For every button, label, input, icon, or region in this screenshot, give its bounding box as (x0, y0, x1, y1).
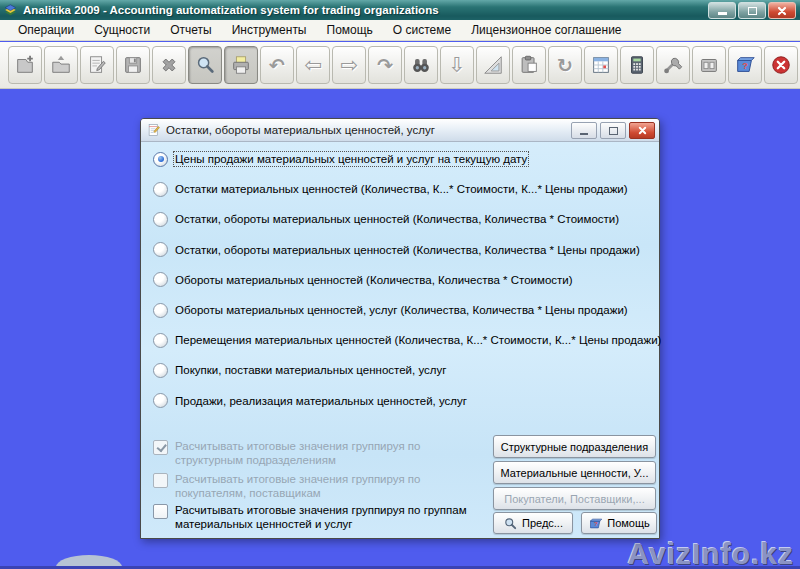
set-square-icon (482, 54, 504, 76)
radio-option-label: Цены продажи материальных ценностей и ус… (175, 153, 527, 165)
back-button[interactable]: ⇦ (296, 46, 330, 84)
radio-option-label: Обороты материальных ценностей, услуг (К… (175, 304, 628, 316)
cardfile-button[interactable] (692, 46, 726, 84)
refresh-button[interactable]: ↻ (548, 46, 582, 84)
undo-button[interactable]: ↶ (260, 46, 294, 84)
help-button[interactable]: ? (728, 46, 762, 84)
print-button[interactable] (224, 46, 258, 84)
menu-instruments[interactable]: Инструменты (222, 21, 317, 39)
radio-option[interactable]: Обороты материальных ценностей, услуг (К… (153, 295, 661, 325)
menu-operations[interactable]: Операции (8, 21, 84, 39)
menu-help[interactable]: Помощь (317, 21, 383, 39)
menu-license[interactable]: Лицензионное соглашение (461, 21, 631, 39)
radio-icon[interactable] (153, 272, 168, 287)
checkbox-group-by-goods-groups[interactable]: Расчитывать итоговые значения группируя … (153, 503, 491, 531)
new-document-button[interactable] (8, 46, 42, 84)
menu-reports[interactable]: Отчеты (160, 21, 221, 39)
dialog-titlebar[interactable]: Остатки, обороты материальных ценностей,… (141, 119, 659, 142)
radio-icon[interactable] (153, 182, 168, 197)
measure-button[interactable] (476, 46, 510, 84)
calendar-icon (590, 54, 612, 76)
paste-button[interactable] (512, 46, 546, 84)
search-magnifier-icon (194, 54, 216, 76)
save-button[interactable] (116, 46, 150, 84)
radio-option-label: Остатки, обороты материальных ценностей … (175, 213, 619, 225)
toolbar: ↶ ⇦ ⇨ ↷ ⇩ (0, 42, 800, 89)
radio-option[interactable]: Перемещения материальных ценностей (Коли… (153, 325, 661, 355)
radio-icon[interactable] (153, 152, 168, 167)
structural-departments-button[interactable]: Структурные подразделения (493, 435, 656, 458)
calculator-button[interactable] (620, 46, 654, 84)
edit-note-button[interactable] (80, 46, 114, 84)
app-icon (4, 3, 18, 17)
radio-option[interactable]: Остатки материальных ценностей (Количест… (153, 174, 661, 204)
clipboard-paste-icon (518, 54, 540, 76)
redo-curved-arrow-icon: ↷ (377, 56, 393, 75)
search-button[interactable] (188, 46, 222, 84)
radio-option-label: Покупки, поставки материальных ценностей… (175, 364, 446, 376)
dialog-body: Цены продажи материальных ценностей и ус… (141, 141, 659, 538)
radio-icon[interactable] (153, 363, 168, 378)
minimize-button[interactable] (708, 2, 736, 19)
radio-icon[interactable] (153, 393, 168, 408)
tools-icon (662, 54, 684, 76)
radio-icon[interactable] (153, 333, 168, 348)
radio-icon[interactable] (153, 303, 168, 318)
preview-button[interactable]: Предс... (493, 512, 573, 534)
save-floppy-icon (122, 54, 144, 76)
main-titlebar[interactable]: Analitika 2009 - Accounting automatizati… (0, 0, 800, 20)
forward-button[interactable]: ⇨ (332, 46, 366, 84)
open-folder-button[interactable] (44, 46, 78, 84)
calendar-button[interactable] (584, 46, 618, 84)
preview-magnifier-icon (503, 516, 518, 531)
radio-option-label: Обороты материальных ценностей (Количест… (175, 274, 573, 286)
application-window: Analitika 2009 - Accounting automatizati… (0, 0, 800, 569)
help-dialog-button[interactable]: ? Помощь (581, 512, 657, 534)
radio-option-label: Остатки, обороты материальных ценностей … (175, 244, 640, 256)
binoculars-icon (410, 54, 432, 76)
radio-option-label: Продажи, реализация материальных ценност… (175, 395, 467, 407)
material-values-button[interactable]: Материальные ценности, У... (493, 461, 656, 484)
checkbox-icon (153, 440, 168, 455)
tools-button[interactable] (656, 46, 690, 84)
dialog-minimize-button[interactable] (571, 122, 597, 139)
redo-button[interactable]: ↷ (368, 46, 402, 84)
radio-option[interactable]: Остатки, обороты материальных ценностей … (153, 204, 661, 234)
checkbox-label: Расчитывать итоговые значения группируя … (175, 472, 491, 500)
radio-icon[interactable] (153, 242, 168, 257)
refresh-icon: ↻ (557, 56, 573, 75)
down-button[interactable]: ⇩ (440, 46, 474, 84)
radio-icon[interactable] (153, 212, 168, 227)
checkbox-group-by-departments: Расчитывать итоговые значения группируя … (153, 439, 491, 467)
radio-option[interactable]: Остатки, обороты материальных ценностей … (153, 235, 661, 265)
dialog-close-icon (638, 126, 647, 135)
find-button[interactable] (404, 46, 438, 84)
help-button-label: Помощь (607, 517, 650, 529)
radio-option[interactable]: Покупки, поставки материальных ценностей… (153, 355, 661, 385)
exit-red-x-icon (770, 54, 792, 76)
radio-option[interactable]: Обороты материальных ценностей (Количест… (153, 265, 661, 295)
open-folder-icon (50, 54, 72, 76)
customers-suppliers-button: Покупатели, Поставщики,... (493, 487, 656, 510)
checkbox-icon[interactable] (153, 504, 168, 519)
checkbox-icon (153, 473, 168, 488)
close-button[interactable] (768, 2, 796, 19)
undo-curved-arrow-icon: ↶ (269, 56, 285, 75)
svg-text:?: ? (594, 520, 598, 527)
exit-button[interactable] (764, 46, 798, 84)
radio-option[interactable]: Цены продажи материальных ценностей и ус… (153, 144, 661, 174)
delete-button[interactable] (152, 46, 186, 84)
dialog-close-button[interactable] (629, 122, 655, 139)
report-options-group: Цены продажи материальных ценностей и ус… (153, 144, 661, 416)
delete-x-icon (158, 54, 180, 76)
report-selection-dialog: Остатки, обороты материальных ценностей,… (140, 118, 660, 539)
restore-button[interactable] (738, 2, 766, 19)
radio-option[interactable]: Продажи, реализация материальных ценност… (153, 386, 661, 416)
dialog-restore-button[interactable] (600, 122, 626, 139)
radio-option-label: Перемещения материальных ценностей (Коли… (175, 334, 661, 346)
menu-entities[interactable]: Сущности (84, 21, 160, 39)
arrow-left-icon: ⇦ (304, 55, 322, 76)
card-file-icon (698, 54, 720, 76)
notepad-icon (146, 122, 161, 138)
menu-about[interactable]: О системе (383, 21, 461, 39)
